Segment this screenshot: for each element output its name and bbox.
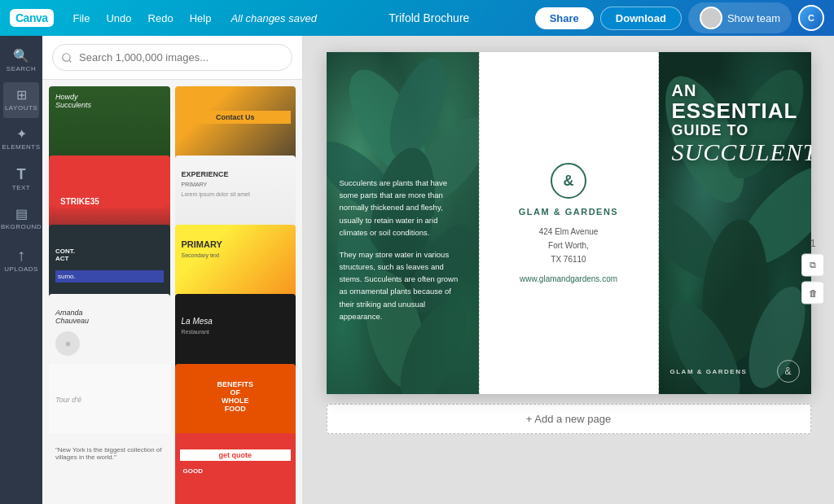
sidebar-uploads-label: UPLOADS: [4, 265, 38, 273]
page-container: Succulents are plants that have some par…: [327, 52, 811, 394]
address-line2: Fort Worth,: [539, 239, 599, 252]
sidebar-item-text[interactable]: T TEXT: [3, 160, 39, 198]
canvas-area[interactable]: Succulents are plants that have some par…: [303, 36, 834, 504]
main-layout: 🔍 SEARCH ⊞ LAYOUTS ✦ ELEMENTS T TEXT ▤ B…: [0, 36, 834, 504]
headline-guide-to: GUIDE TO: [672, 123, 798, 139]
brochure-left-panel[interactable]: Succulents are plants that have some par…: [327, 52, 479, 394]
sidebar-layouts-label: LAYOUTS: [5, 104, 37, 112]
sidebar-elements-label: ELEMENTS: [2, 143, 40, 151]
sidebar-item-elements[interactable]: ✦ ELEMENTS: [3, 121, 39, 157]
sidebar-item-background[interactable]: ▤ BKGROUND: [3, 201, 39, 237]
elements-icon: ✦: [16, 128, 27, 141]
sidebar-item-uploads[interactable]: ↑ UPLOADS: [3, 240, 39, 279]
sidebar-item-layouts[interactable]: ⊞ LAYOUTS: [3, 82, 39, 118]
text-icon: T: [17, 167, 26, 182]
headline-an: AN: [672, 81, 798, 99]
sidebar-text-label: TEXT: [12, 184, 30, 191]
add-page-button[interactable]: + Add a new page: [327, 404, 811, 434]
document-title: Trifold Brochure: [388, 11, 469, 24]
right-panel-icon: &: [777, 360, 800, 383]
templates-panel: HowdySucculents Contact Us FREE STRIKE35…: [42, 36, 303, 504]
search-input[interactable]: [52, 44, 292, 71]
download-button[interactable]: Download: [600, 7, 682, 30]
left-panel-paragraph1: Succulents are plants that have some par…: [340, 177, 466, 239]
top-nav: File Undo Redo Help All changes saved: [67, 9, 323, 28]
layouts-icon: ⊞: [16, 89, 27, 102]
right-panel-brand: GLAM & GARDENS: [670, 368, 748, 375]
undo-menu[interactable]: Undo: [99, 9, 138, 28]
background-icon: ▤: [15, 208, 28, 221]
help-menu[interactable]: Help: [183, 9, 218, 28]
redo-menu[interactable]: Redo: [142, 9, 180, 28]
templates-grid: HowdySucculents Contact Us FREE STRIKE35…: [42, 80, 302, 504]
template-card[interactable]: get quote GOOD: [175, 433, 296, 504]
canvas-controls: 1 ⧉ 🗑: [801, 236, 824, 304]
topbar: Canva File Undo Redo Help All changes sa…: [0, 0, 834, 36]
left-sidebar: 🔍 SEARCH ⊞ LAYOUTS ✦ ELEMENTS T TEXT ▤ B…: [0, 36, 42, 504]
brochure-right-panel[interactable]: AN ESSENTIAL GUIDE TO Succulents GLAM & …: [659, 52, 811, 394]
topbar-actions: Share Download Show team C: [535, 2, 824, 33]
show-team-button[interactable]: Show team: [688, 2, 792, 33]
headline-succulents: Succulents: [672, 138, 798, 165]
user-initials: C: [808, 13, 814, 23]
address-line1: 424 Elm Avenue: [539, 225, 599, 239]
left-panel-paragraph2: They may store water in various structur…: [340, 248, 466, 322]
canva-wordmark: Canva: [10, 9, 54, 27]
template-card[interactable]: "New York is the biggest collection of v…: [49, 433, 170, 504]
address-line3: TX 76110: [539, 252, 599, 266]
page-number: 1: [810, 236, 815, 248]
glam-ampersand-icon: &: [551, 163, 586, 199]
brochure: Succulents are plants that have some par…: [327, 52, 811, 394]
guide-headline: AN ESSENTIAL GUIDE TO Succulents: [672, 81, 798, 165]
logo[interactable]: Canva: [10, 9, 54, 27]
left-panel-text: Succulents are plants that have some par…: [327, 164, 479, 345]
uploads-icon: ↑: [17, 247, 25, 263]
right-panel-bottom: GLAM & GARDENS &: [659, 360, 811, 383]
headline-essential: ESSENTIAL: [672, 99, 798, 123]
glam-address: 424 Elm Avenue Fort Worth, TX 76110: [539, 225, 599, 266]
right-panel-top: AN ESSENTIAL GUIDE TO Succulents: [659, 68, 811, 178]
brochure-middle-panel[interactable]: & GLAM & GARDENS 424 Elm Avenue Fort Wor…: [479, 52, 659, 394]
share-button[interactable]: Share: [535, 7, 594, 29]
file-menu[interactable]: File: [67, 9, 97, 28]
topbar-center: Trifold Brochure: [330, 11, 529, 24]
save-status: All changes saved: [224, 9, 323, 28]
sidebar-background-label: BKGROUND: [1, 223, 42, 230]
sidebar-item-search[interactable]: 🔍 SEARCH: [3, 43, 39, 79]
glam-icon-symbol: &: [564, 173, 574, 190]
search-icon: 🔍: [13, 50, 29, 63]
team-avatar-toggle: [700, 7, 722, 29]
glam-website: www.glamandgardens.com: [520, 274, 617, 283]
delete-page-button[interactable]: 🗑: [801, 281, 824, 304]
search-bar-container: [42, 36, 302, 80]
show-team-label: Show team: [727, 12, 780, 24]
user-avatar[interactable]: C: [798, 5, 824, 31]
duplicate-page-button[interactable]: ⧉: [801, 253, 824, 276]
glam-name: GLAM & GARDENS: [519, 207, 618, 217]
sidebar-search-label: SEARCH: [7, 65, 36, 72]
